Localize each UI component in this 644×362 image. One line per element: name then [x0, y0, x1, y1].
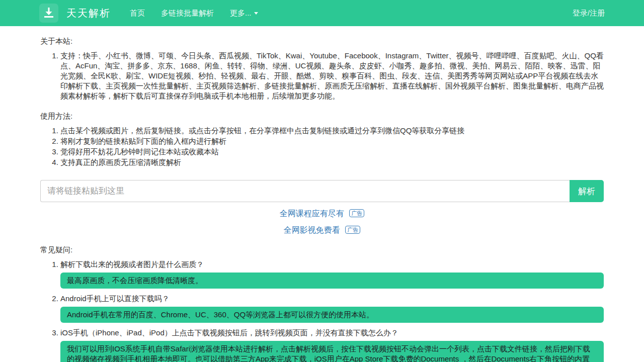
faq-question: Android手机上可以直接下载吗？	[60, 294, 604, 304]
ad-badge: 广告	[345, 226, 360, 234]
parse-form: 解析	[40, 180, 604, 202]
brand-logo[interactable]	[39, 4, 58, 23]
usage-list-item: 觉得好用不妨花几秒钟时间记住本站或收藏本站	[60, 147, 604, 157]
nav-item-home[interactable]: 首页	[130, 9, 145, 18]
ad-badge: 广告	[349, 209, 364, 217]
ad-line: 全网影视免费看 广告	[40, 225, 604, 236]
faq-answer: Android手机在常用的百度、Chrome、UC、360、QQ等浏览器上都可以…	[60, 307, 604, 323]
usage-list-item: 将刚才复制的链接粘贴到下面的输入框内进行解析	[60, 136, 604, 146]
usage-list: 点击某个视频或图片，然后复制链接。或点击分享按钮，在分享弹框中点击复制链接或通过…	[40, 126, 604, 167]
about-list-item: 支持：快手、小红书、微博、可颂、今日头条、西瓜视频、TikTok、Kwai、Yo…	[60, 51, 604, 101]
login-register-link[interactable]: 登录/注册	[573, 9, 605, 18]
faq-answer: 我们可以用到IOS系统手机自带Safari浏览器使用本站进行解析，点击解析视频后…	[60, 341, 604, 362]
faq-heading: 常见疑问:	[40, 245, 604, 255]
faq-item: 解析下载出来的视频或者图片是什么画质？ 最高原画质，不会压缩画质降低清晰度。	[60, 259, 604, 289]
navbar: 天天解析 首页 多链接批量解析 更多... 登录/注册	[0, 0, 644, 26]
brand-title[interactable]: 天天解析	[66, 7, 111, 20]
ad-link-movies[interactable]: 全网影视免费看 广告	[284, 226, 360, 234]
nav-item-more-label: 更多...	[230, 9, 252, 18]
parse-button[interactable]: 解析	[570, 180, 604, 202]
usage-list-item: 点击某个视频或图片，然后复制链接。或点击分享按钮，在分享弹框中点击复制链接或通过…	[60, 126, 604, 136]
faq-list: 解析下载出来的视频或者图片是什么画质？ 最高原画质，不会压缩画质降低清晰度。 A…	[40, 259, 604, 362]
nav-item-batch-parse[interactable]: 多链接批量解析	[161, 9, 214, 18]
faq-question: iOS手机（iPhone、iPad、iPod）上点击下载视频按钮后，跳转到视频页…	[60, 328, 604, 338]
usage-list-item: 支持真正的原画质无压缩清晰度解析	[60, 157, 604, 167]
faq-answer: 最高原画质，不会压缩画质降低清晰度。	[60, 273, 604, 289]
link-input[interactable]	[40, 180, 570, 202]
faq-question: 解析下载出来的视频或者图片是什么画质？	[60, 259, 604, 269]
ad-link-courses[interactable]: 全网课程应有尽有 广告	[280, 209, 364, 218]
ad-links-section: 全网课程应有尽有 广告 全网影视免费看 广告	[40, 209, 604, 236]
faq-item: iOS手机（iPhone、iPad、iPod）上点击下载视频按钮后，跳转到视频页…	[60, 328, 604, 362]
navbar-inner: 天天解析 首页 多链接批量解析 更多... 登录/注册	[39, 4, 605, 23]
ad-line: 全网课程应有尽有 广告	[40, 209, 604, 219]
nav-item-more-dropdown[interactable]: 更多...	[230, 9, 258, 18]
chevron-down-icon	[254, 12, 258, 15]
ad-link-text: 全网课程应有尽有	[280, 209, 344, 218]
ad-link-text: 全网影视免费看	[284, 226, 340, 234]
usage-heading: 使用方法:	[40, 112, 604, 121]
about-heading: 关于本站:	[40, 37, 604, 46]
download-icon	[43, 7, 55, 20]
about-list: 支持：快手、小红书、微博、可颂、今日头条、西瓜视频、TikTok、Kwai、Yo…	[40, 51, 604, 101]
main-content: 关于本站: 支持：快手、小红书、微博、可颂、今日头条、西瓜视频、TikTok、K…	[40, 37, 604, 362]
faq-item: Android手机上可以直接下载吗？ Android手机在常用的百度、Chrom…	[60, 294, 604, 323]
